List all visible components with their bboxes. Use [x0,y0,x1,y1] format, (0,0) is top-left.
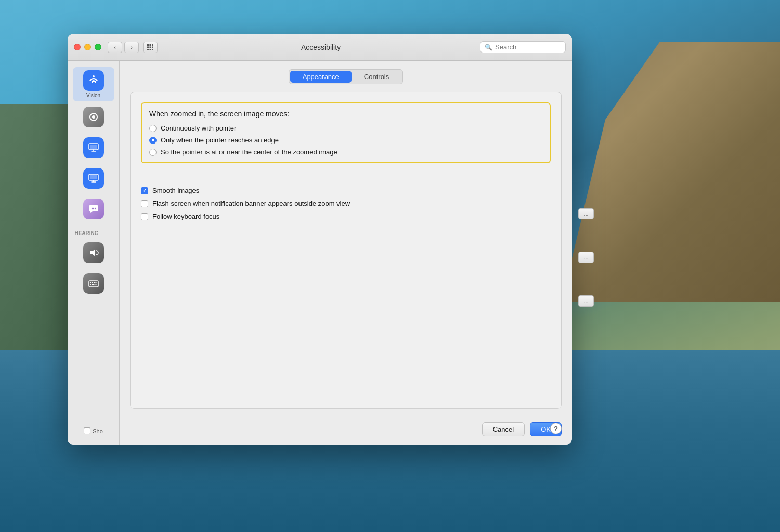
radio-group: Continuously with pointer Only when the … [149,124,542,156]
sidebar-item-hearing[interactable] [73,239,114,268]
radio-item-center[interactable]: So the pointer is at or near the center … [149,148,542,156]
tab-controls[interactable]: Controls [352,71,401,83]
radio-item-continuous[interactable]: Continuously with pointer [149,124,542,132]
svg-rect-19 [89,281,98,287]
checkbox-smooth[interactable] [141,187,148,194]
svg-rect-4 [150,46,151,48]
maximize-button[interactable] [95,44,101,50]
sidebar-label-vision: Vision [86,93,100,98]
svg-rect-6 [147,49,149,50]
checkbox-flash[interactable] [141,200,148,207]
close-button[interactable] [74,44,81,50]
tab-appearance[interactable]: Appearance [290,71,352,83]
panel-header: Appearance Controls [120,61,572,84]
svg-rect-23 [95,282,96,283]
cancel-button[interactable]: Cancel [482,422,525,436]
back-button[interactable]: ‹ [108,42,122,53]
tab-container: Appearance Controls [289,69,404,84]
search-input[interactable] [495,43,557,51]
checkbox-label-keyboard: Follow keyboard focus [152,213,219,220]
search-bar[interactable]: 🔍 [480,41,566,53]
audio-icon [83,107,104,127]
sidebar-item-vision[interactable]: Vision [73,67,114,101]
radio-circle-edge [149,137,157,144]
back-icon: ‹ [114,44,116,50]
svg-rect-7 [150,49,151,50]
svg-rect-22 [94,282,95,283]
window-title: Accessibility [162,43,480,51]
svg-rect-1 [150,44,151,46]
grid-icon [147,44,154,51]
svg-point-11 [92,115,95,119]
radio-label-continuous: Continuously with pointer [161,124,236,132]
panel-footer: Cancel OK [120,416,572,445]
sidebar-item-audio[interactable] [73,103,114,132]
show-accessibility-label: Sho [93,428,103,434]
accessibility-window: ‹ › Accessibility 🔍 [68,34,572,445]
forward-button[interactable]: › [124,42,139,53]
sidebar-section-hearing-label: Hearing [73,226,114,237]
svg-rect-2 [152,44,153,46]
zoom-section: When zoomed in, the screen image moves: … [141,102,551,163]
svg-rect-13 [90,145,97,149]
checkbox-keyboard[interactable] [141,213,148,220]
sidebar: Vision [68,61,120,445]
radio-circle-continuous [149,125,157,132]
sidebar-item-monitor[interactable] [73,165,114,193]
show-accessibility-checkbox[interactable] [84,427,90,434]
radio-circle-center [149,149,157,156]
ellipsis-buttons: ... ... ... [578,208,594,307]
minimize-button[interactable] [84,44,91,50]
svg-point-9 [93,75,95,77]
svg-rect-15 [90,175,97,179]
ellipsis-button-2[interactable]: ... [578,252,594,263]
svg-point-18 [94,208,95,209]
content-area: Vision [68,61,572,445]
svg-point-17 [93,208,94,209]
svg-rect-0 [147,44,149,46]
help-button[interactable]: ? [550,423,562,434]
checkbox-group: Smooth images Flash screen when notifica… [141,187,551,220]
traffic-lights [74,44,101,50]
ellipsis-button-3[interactable]: ... [578,295,594,307]
sidebar-item-keyboard[interactable] [73,270,114,299]
speech-icon [83,199,104,219]
display-icon [83,137,104,158]
radio-label-center: So the pointer is at or near the center … [161,148,337,156]
svg-rect-5 [152,46,153,48]
checkbox-label-smooth: Smooth images [152,187,199,194]
search-icon: 🔍 [485,44,492,51]
svg-rect-26 [95,284,96,285]
forward-icon: › [131,44,133,50]
keyboard-icon [83,273,104,294]
checkbox-item-keyboard[interactable]: Follow keyboard focus [141,213,551,220]
radio-item-edge[interactable]: Only when the pointer reaches an edge [149,136,542,144]
grid-button[interactable] [143,42,158,53]
nav-buttons: ‹ › [108,42,139,53]
divider [141,179,551,179]
ellipsis-button-1[interactable]: ... [578,208,594,219]
sidebar-item-display[interactable] [73,134,114,163]
svg-rect-24 [90,284,91,285]
hearing-icon [83,242,104,263]
monitor-icon [83,168,104,189]
show-accessibility-row: Sho [80,423,107,438]
checkbox-item-smooth[interactable]: Smooth images [141,187,551,194]
zoom-section-label: When zoomed in, the screen image moves: [149,110,542,118]
radio-label-edge: Only when the pointer reaches an edge [161,136,279,144]
right-panel: Appearance Controls When zoomed in, the … [120,61,572,445]
svg-point-16 [91,208,92,209]
svg-rect-8 [152,49,153,50]
svg-rect-25 [92,284,94,285]
checkbox-label-flash: Flash screen when notification banner ap… [152,200,350,207]
checkbox-item-flash[interactable]: Flash screen when notification banner ap… [141,200,551,207]
sidebar-item-speech[interactable] [73,196,114,224]
titlebar: ‹ › Accessibility 🔍 [68,34,572,61]
panel-content: When zoomed in, the screen image moves: … [130,92,562,409]
svg-rect-20 [90,282,91,283]
svg-rect-21 [92,282,93,283]
svg-rect-3 [147,46,149,48]
accessibility-icon [83,70,104,91]
